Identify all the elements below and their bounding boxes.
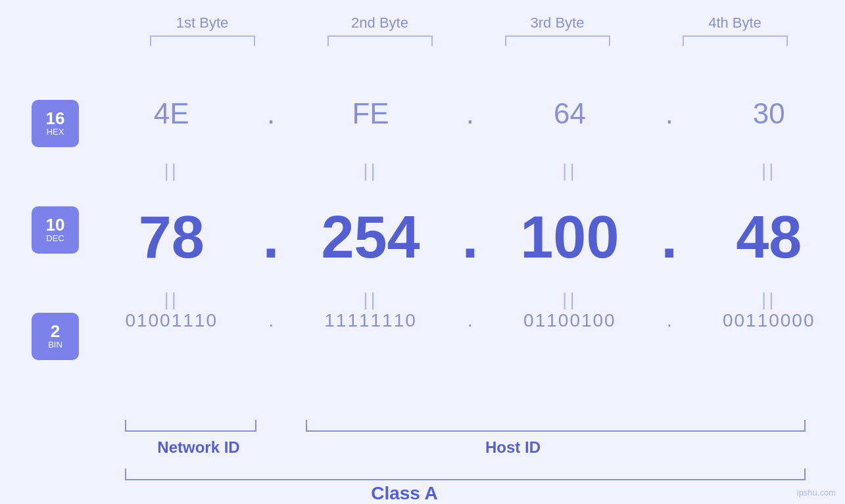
col-header-4: 4th Byte [669,14,801,46]
dec-dot-1: . [258,204,284,271]
bracket-top-1 [150,35,255,46]
dec-row-content: 78 . 254 . 100 . 48 [95,204,845,271]
network-id-label: Network ID [146,438,251,457]
bracket-top-2 [327,35,433,46]
hex-val-2: FE [305,97,437,130]
dec-row: 78 . 254 . 100 . 48 [0,204,845,271]
hex-dot-2: . [457,97,483,130]
bin-dot-1: . [258,310,284,331]
bin-dot-2: . [457,310,483,331]
equals-row-1-content: || || || || [95,160,845,181]
dec-dot-3: . [656,204,683,271]
dec-val-1: 78 [106,204,237,271]
dec-val-3: 100 [504,204,635,271]
eq-1-3: || [504,160,635,181]
equals-row-2: || || || || [0,289,845,310]
dec-val-4: 48 [703,204,834,271]
col-header-2: 2nd Byte [314,14,446,46]
byte-label-1: 1st Byte [176,14,228,31]
hex-dot-3: . [656,97,683,130]
bin-badge-label: BIN [48,340,62,350]
hex-dot-1: . [258,97,284,130]
eq-2-3: || [504,289,635,310]
eq-2-4: || [703,289,834,310]
equals-row-2-content: || || || || [95,289,845,310]
hex-row: 4E . FE . 64 . 30 [0,97,845,130]
byte-label-3: 3rd Byte [531,14,585,31]
col-header-3: 3rd Byte [492,14,623,46]
byte-label-2: 2nd Byte [351,14,408,31]
bin-val-4: 00110000 [703,310,834,331]
hex-val-4: 30 [703,97,834,130]
bin-val-1: 01001110 [106,310,237,331]
equals-row-1: || || || || [0,160,845,181]
hex-val-3: 64 [504,97,635,130]
hex-row-content: 4E . FE . 64 . 30 [95,97,845,130]
eq-2-1: || [106,289,237,310]
bracket-network-id [125,420,256,432]
bin-row: 01001110 . 11111110 . 01100100 . 0011000… [0,310,845,331]
bracket-top-4 [683,35,788,46]
hex-val-1: 4E [106,97,237,130]
eq-1-1: || [106,160,237,181]
bin-dot-3: . [656,310,683,331]
eq-2-2: || [305,289,437,310]
eq-1-2: || [305,160,437,181]
host-id-label: Host ID [381,438,644,457]
class-a-label: Class A [263,483,546,504]
bin-val-2: 11111110 [305,310,437,331]
dec-val-2: 254 [305,204,437,271]
eq-1-4: || [703,160,834,181]
bin-row-content: 01001110 . 11111110 . 01100100 . 0011000… [95,310,845,331]
bracket-host-id [306,420,806,432]
bracket-top-3 [505,35,610,46]
watermark: ipshu.com [797,488,836,497]
header-row: 1st Byte 2nd Byte 3rd Byte 4th Byte [95,14,845,46]
bracket-class-a [125,469,806,480]
byte-label-4: 4th Byte [708,14,761,31]
bin-val-3: 01100100 [504,310,635,331]
col-header-1: 1st Byte [137,14,268,46]
dec-dot-2: . [457,204,483,271]
